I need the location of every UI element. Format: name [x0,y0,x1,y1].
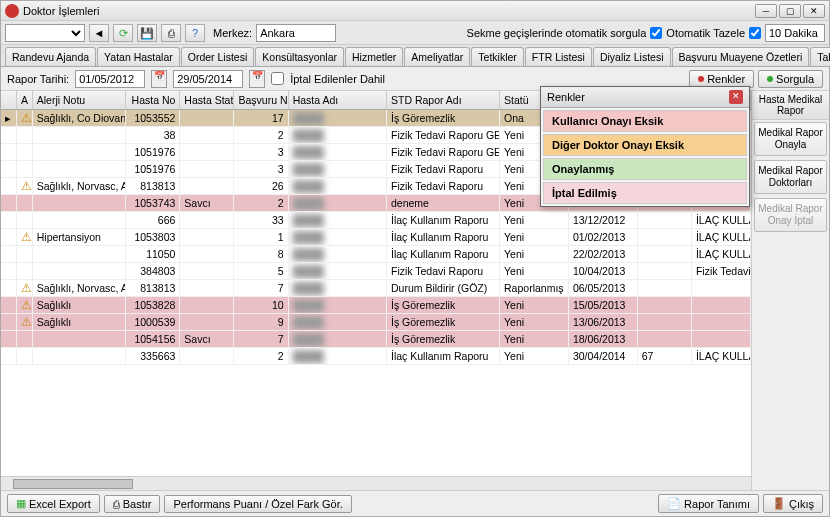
rapor-tanimi-button[interactable]: 📄Rapor Tanımı [658,494,759,513]
sekme-label: Sekme geçişlerinde otomatik sorgula [467,27,647,39]
close-button[interactable]: ✕ [803,4,825,18]
horizontal-scrollbar[interactable] [1,476,751,490]
table-row[interactable]: ⚠Hipertansiyon10538031████İlaç Kullanım … [1,229,751,246]
column-header[interactable]: Hasta Statü [180,91,234,109]
tab-10[interactable]: Taburcu Listesi [810,47,830,66]
date-to-input[interactable] [173,70,243,88]
column-header[interactable] [1,91,17,109]
column-header[interactable]: Başvuru No [234,91,288,109]
otomatik-checkbox[interactable] [749,27,761,39]
help-button[interactable]: ? [185,24,205,42]
tabstrip: Randevu AjandaYatan HastalarOrder Listes… [1,45,829,67]
date-from-input[interactable] [75,70,145,88]
sorgula-button[interactable]: Sorgula [758,70,823,88]
tab-2[interactable]: Order Listesi [181,47,255,66]
side-header: Hasta Medikal Rapor [752,91,829,120]
merkez-input[interactable] [256,24,336,42]
merkez-label: Merkez: [213,27,252,39]
tab-3[interactable]: Konsültasyonlar [255,47,344,66]
rapor-tarihi-label: Rapor Tarihi: [7,73,69,85]
tab-1[interactable]: Yatan Hastalar [97,47,180,66]
tab-0[interactable]: Randevu Ajanda [5,47,96,66]
titlebar: Doktor İşlemleri ─ ▢ ✕ [1,1,829,21]
side-doktorlari-button[interactable]: Medikal Rapor Doktorları [754,160,827,194]
legend-kullanici-onayi-eksik: Kullanıcı Onayı Eksik [543,110,747,132]
tab-6[interactable]: Tetkikler [471,47,524,66]
refresh-button[interactable]: ⟳ [113,24,133,42]
bastir-button[interactable]: ⎙Bastır [104,495,161,513]
popup-title: Renkler [547,91,729,103]
print-button[interactable]: ⎙ [161,24,181,42]
sekme-checkbox[interactable] [650,27,662,39]
performans-button[interactable]: Performans Puanı / Özel Fark Gör. [164,495,351,513]
legend-onaylanmis: Onaylanmış [543,158,747,180]
app-icon [5,4,19,18]
interval-input[interactable] [765,24,825,42]
table-row[interactable]: 3356632████İlaç Kullanım RaporuYeni30/04… [1,348,751,365]
nav-combo[interactable] [5,24,85,42]
tab-8[interactable]: Diyaliz Listesi [593,47,671,66]
tab-9[interactable]: Başvuru Muayene Özetleri [672,47,810,66]
window-title: Doktor İşlemleri [23,5,755,17]
table-row[interactable]: 110508████İlaç Kullanım RaporuYeni22/02/… [1,246,751,263]
legend-diger-doktor-onayi-eksik: Diğer Doktor Onayı Eksik [543,134,747,156]
side-panel: Hasta Medikal Rapor Medikal Rapor Onayla… [751,91,829,490]
side-onayla-button[interactable]: Medikal Rapor Onayla [754,122,827,156]
iptal-checkbox[interactable] [271,72,284,85]
column-header[interactable]: Hasta No [126,91,180,109]
minimize-button[interactable]: ─ [755,4,777,18]
column-header[interactable]: A [17,91,33,109]
renkler-button[interactable]: Renkler [689,70,754,88]
main-toolbar: ◄ ⟳ 💾 ⎙ ? Merkez: Sekme geçişlerinde oto… [1,21,829,45]
save-button[interactable]: 💾 [137,24,157,42]
table-row[interactable]: 1054156Savcı7████İş GöremezlikYeni18/06/… [1,331,751,348]
tab-4[interactable]: Hizmetler [345,47,403,66]
popup-close-button[interactable]: ✕ [729,90,743,104]
table-row[interactable]: ⚠Sağlıklı10005399████İş GöremezlikYeni13… [1,314,751,331]
tab-7[interactable]: FTR Listesi [525,47,592,66]
table-row[interactable]: ⚠Sağlıklı105382810████İş GöremezlikYeni1… [1,297,751,314]
maximize-button[interactable]: ▢ [779,4,801,18]
date-from-picker[interactable]: 📅 [151,70,167,88]
column-header[interactable]: Hasta Adı [289,91,387,109]
back-button[interactable]: ◄ [89,24,109,42]
column-header[interactable]: Alerji Notu [33,91,126,109]
column-header[interactable]: STD Rapor Adı [387,91,500,109]
legend-iptal-edilmis: İptal Edilmiş [543,182,747,204]
excel-export-button[interactable]: ▦Excel Export [7,494,100,513]
cikis-button[interactable]: 🚪Çıkış [763,494,823,513]
iptal-label: İptal Edilenler Dahil [290,73,385,85]
table-row[interactable]: 3848035████Fizik Tedavi RaporuYeni10/04/… [1,263,751,280]
table-row[interactable]: 66633████İlaç Kullanım RaporuYeni13/12/2… [1,212,751,229]
renkler-popup: Renkler ✕ Kullanıcı Onayı Eksik Diğer Do… [540,86,750,207]
table-row[interactable]: ⚠Sağlıklı, Norvasc, As8138137████Durum B… [1,280,751,297]
date-to-picker[interactable]: 📅 [249,70,265,88]
tab-5[interactable]: Ameliyatlar [404,47,470,66]
otomatik-label: Otomatik Tazele [666,27,745,39]
footer-bar: ▦Excel Export ⎙Bastır Performans Puanı /… [1,490,829,516]
side-onay-iptal-button[interactable]: Medikal Rapor Onay İptal [754,198,827,232]
